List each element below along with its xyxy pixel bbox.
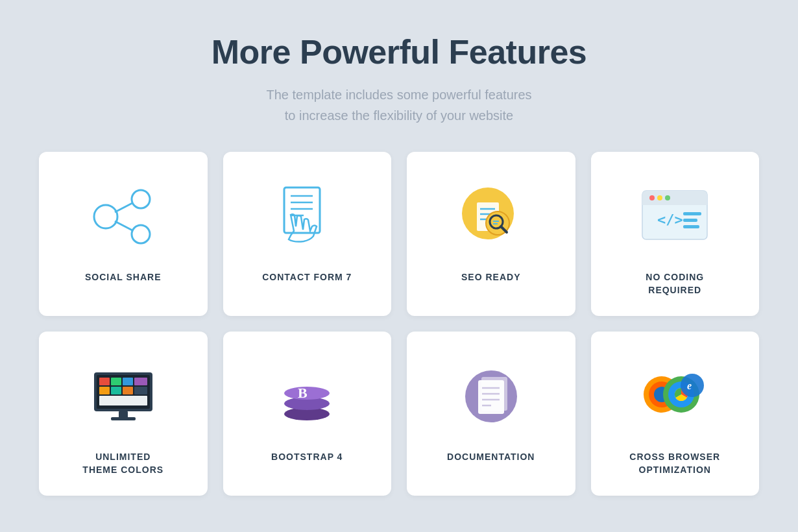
bootstrap-icon: B	[268, 357, 346, 435]
cross-browser-icon: e	[636, 357, 714, 435]
seo-ready-icon	[452, 178, 530, 256]
svg-rect-40	[99, 396, 147, 405]
svg-point-2	[94, 205, 117, 228]
feature-card-bootstrap: B BOOTSTRAP 4	[223, 332, 392, 496]
feature-card-social-share: SOCIAL SHARE	[39, 152, 208, 316]
svg-rect-28	[683, 219, 697, 222]
svg-line-3	[115, 203, 132, 212]
svg-rect-53	[481, 377, 507, 411]
contact-form-icon	[268, 178, 346, 256]
feature-label-bootstrap: BOOTSTRAP 4	[271, 451, 343, 464]
page-header: More Powerful Features The template incl…	[39, 32, 759, 126]
theme-colors-icon	[84, 357, 162, 435]
feature-label-contact-form: CONTACT FORM 7	[262, 271, 352, 284]
svg-rect-27	[683, 212, 701, 215]
feature-label-social-share: SOCIAL SHARE	[85, 271, 162, 284]
page-title: More Powerful Features	[39, 32, 759, 71]
svg-rect-34	[123, 378, 133, 385]
svg-text:e: e	[687, 380, 692, 391]
svg-point-0	[132, 190, 150, 208]
features-grid: SOCIAL SHARE CONTACT FORM 7	[39, 152, 759, 496]
svg-rect-36	[99, 387, 110, 394]
feature-label-documentation: DOCUMENTATION	[447, 451, 535, 464]
svg-rect-35	[134, 378, 147, 385]
svg-rect-32	[99, 378, 110, 385]
svg-rect-39	[134, 387, 147, 394]
feature-card-documentation: DOCUMENTATION	[407, 332, 575, 496]
feature-card-contact-form: CONTACT FORM 7	[223, 152, 392, 316]
page-subtitle: The template includes some powerful feat…	[39, 84, 759, 126]
feature-label-theme-colors: UNLIMITED THEME COLORS	[82, 451, 163, 476]
feature-label-no-coding: NO CODING REQUIRED	[646, 271, 704, 296]
svg-rect-41	[119, 411, 128, 418]
svg-rect-29	[683, 225, 699, 228]
svg-point-25	[665, 195, 670, 200]
social-share-icon	[84, 178, 162, 256]
feature-card-cross-browser: e CROSS BROWSER OPTIMIZATION	[591, 332, 760, 496]
svg-point-23	[649, 195, 655, 200]
feature-card-theme-colors: UNLIMITED THEME COLORS	[39, 332, 208, 496]
feature-label-seo: SEO READY	[461, 271, 520, 284]
no-coding-icon: </>	[636, 178, 714, 256]
svg-text:B: B	[298, 385, 308, 401]
svg-line-4	[115, 221, 132, 230]
svg-point-60	[681, 374, 704, 397]
page-container: More Powerful Features The template incl…	[0, 0, 798, 532]
feature-card-no-coding: </> NO CODING REQUIRED	[591, 152, 760, 316]
svg-rect-37	[111, 387, 121, 394]
svg-rect-33	[111, 378, 121, 385]
feature-card-seo: SEO READY	[407, 152, 575, 316]
feature-label-cross-browser: CROSS BROWSER OPTIMIZATION	[629, 451, 720, 476]
svg-point-24	[657, 195, 662, 200]
svg-rect-42	[111, 417, 136, 420]
svg-rect-38	[123, 387, 133, 394]
svg-text:</>: </>	[657, 212, 683, 228]
svg-point-1	[132, 225, 150, 243]
documentation-icon	[452, 357, 530, 435]
